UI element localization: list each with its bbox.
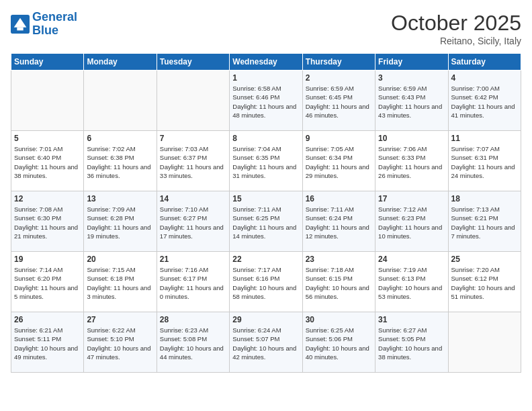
day-number: 12: [14, 194, 81, 203]
day-number: 28: [160, 315, 226, 324]
day-number: 5: [14, 134, 81, 143]
day-number: 23: [306, 255, 372, 264]
day-number: 3: [378, 73, 445, 83]
logo-text: General Blue: [32, 11, 77, 38]
cell-info: Sunrise: 6:24 AM Sunset: 5:07 PM Dayligh…: [232, 326, 299, 361]
calendar-cell: [84, 71, 157, 131]
cell-info: Sunrise: 7:11 AM Sunset: 6:25 PM Dayligh…: [232, 205, 299, 240]
day-number: 7: [160, 134, 226, 143]
cell-info: Sunrise: 7:19 AM Sunset: 6:13 PM Dayligh…: [378, 265, 445, 301]
day-number: 9: [306, 134, 372, 143]
svg-rect-2: [17, 27, 23, 30]
calendar-cell: 1Sunrise: 6:58 AM Sunset: 6:46 PM Daylig…: [230, 71, 302, 131]
cell-info: Sunrise: 7:15 AM Sunset: 6:18 PM Dayligh…: [87, 265, 153, 301]
cell-info: Sunrise: 7:13 AM Sunset: 6:21 PM Dayligh…: [451, 205, 518, 240]
calendar-cell: 11Sunrise: 7:07 AM Sunset: 6:31 PM Dayli…: [448, 131, 521, 191]
day-number: 21: [160, 255, 226, 264]
day-number: 20: [87, 255, 153, 264]
cell-info: Sunrise: 7:02 AM Sunset: 6:38 PM Dayligh…: [87, 144, 153, 180]
calendar-cell: 26Sunrise: 6:21 AM Sunset: 5:11 PM Dayli…: [11, 312, 84, 373]
page-header: General Blue October 2025 Reitano, Sicil…: [11, 11, 521, 46]
day-number: 31: [378, 315, 445, 324]
cell-info: Sunrise: 7:11 AM Sunset: 6:24 PM Dayligh…: [306, 205, 372, 240]
cell-info: Sunrise: 7:03 AM Sunset: 6:37 PM Dayligh…: [160, 144, 226, 180]
calendar-cell: 20Sunrise: 7:15 AM Sunset: 6:18 PM Dayli…: [84, 252, 157, 312]
cell-info: Sunrise: 7:18 AM Sunset: 6:15 PM Dayligh…: [306, 265, 372, 301]
calendar-cell: 23Sunrise: 7:18 AM Sunset: 6:15 PM Dayli…: [302, 252, 375, 312]
day-number: 24: [378, 255, 445, 264]
cell-info: Sunrise: 7:07 AM Sunset: 6:31 PM Dayligh…: [451, 144, 518, 180]
cell-info: Sunrise: 7:01 AM Sunset: 6:40 PM Dayligh…: [14, 144, 81, 180]
calendar-cell: 18Sunrise: 7:13 AM Sunset: 6:21 PM Dayli…: [448, 191, 521, 252]
day-number: 19: [14, 255, 81, 264]
cell-info: Sunrise: 6:58 AM Sunset: 6:46 PM Dayligh…: [232, 84, 299, 120]
day-number: 6: [87, 134, 153, 143]
day-number: 26: [14, 315, 81, 324]
calendar-cell: 24Sunrise: 7:19 AM Sunset: 6:13 PM Dayli…: [375, 252, 448, 312]
cell-info: Sunrise: 6:22 AM Sunset: 5:10 PM Dayligh…: [87, 326, 153, 361]
month-title: October 2025: [391, 11, 521, 36]
calendar-cell: 3Sunrise: 6:59 AM Sunset: 6:43 PM Daylig…: [375, 71, 448, 131]
cell-info: Sunrise: 6:27 AM Sunset: 5:05 PM Dayligh…: [378, 326, 445, 361]
col-header-friday: Friday: [375, 54, 448, 71]
calendar-cell: 7Sunrise: 7:03 AM Sunset: 6:37 PM Daylig…: [157, 131, 229, 191]
cell-info: Sunrise: 7:08 AM Sunset: 6:30 PM Dayligh…: [14, 205, 81, 240]
calendar-cell: 19Sunrise: 7:14 AM Sunset: 6:20 PM Dayli…: [11, 252, 84, 312]
calendar-cell: 22Sunrise: 7:17 AM Sunset: 6:16 PM Dayli…: [230, 252, 302, 312]
cell-info: Sunrise: 7:14 AM Sunset: 6:20 PM Dayligh…: [14, 265, 81, 301]
calendar-cell: 15Sunrise: 7:11 AM Sunset: 6:25 PM Dayli…: [230, 191, 302, 252]
day-number: 22: [232, 255, 299, 264]
calendar-cell: 21Sunrise: 7:16 AM Sunset: 6:17 PM Dayli…: [157, 252, 229, 312]
cell-info: Sunrise: 6:59 AM Sunset: 6:43 PM Dayligh…: [378, 84, 445, 120]
day-number: 29: [232, 315, 299, 324]
day-number: 14: [160, 194, 226, 203]
cell-info: Sunrise: 6:21 AM Sunset: 5:11 PM Dayligh…: [14, 326, 81, 361]
cell-info: Sunrise: 7:12 AM Sunset: 6:23 PM Dayligh…: [378, 205, 445, 240]
calendar-cell: 13Sunrise: 7:09 AM Sunset: 6:28 PM Dayli…: [84, 191, 157, 252]
calendar-cell: 9Sunrise: 7:05 AM Sunset: 6:34 PM Daylig…: [302, 131, 375, 191]
calendar-cell: 17Sunrise: 7:12 AM Sunset: 6:23 PM Dayli…: [375, 191, 448, 252]
title-block: October 2025 Reitano, Sicily, Italy: [391, 11, 521, 46]
calendar-cell: 5Sunrise: 7:01 AM Sunset: 6:40 PM Daylig…: [11, 131, 84, 191]
day-number: 27: [87, 315, 153, 324]
calendar-cell: 14Sunrise: 7:10 AM Sunset: 6:27 PM Dayli…: [157, 191, 229, 252]
day-number: 2: [306, 73, 372, 83]
day-number: 13: [87, 194, 153, 203]
cell-info: Sunrise: 7:05 AM Sunset: 6:34 PM Dayligh…: [306, 144, 372, 180]
day-number: 16: [306, 194, 372, 203]
cell-info: Sunrise: 7:20 AM Sunset: 6:12 PM Dayligh…: [451, 265, 518, 301]
calendar-cell: 30Sunrise: 6:25 AM Sunset: 5:06 PM Dayli…: [302, 312, 375, 373]
calendar-cell: 8Sunrise: 7:04 AM Sunset: 6:35 PM Daylig…: [230, 131, 302, 191]
cell-info: Sunrise: 6:25 AM Sunset: 5:06 PM Dayligh…: [306, 326, 372, 361]
logo-icon: [11, 15, 30, 34]
cell-info: Sunrise: 7:09 AM Sunset: 6:28 PM Dayligh…: [87, 205, 153, 240]
cell-info: Sunrise: 7:17 AM Sunset: 6:16 PM Dayligh…: [232, 265, 299, 301]
cell-info: Sunrise: 6:23 AM Sunset: 5:08 PM Dayligh…: [160, 326, 226, 361]
calendar-cell: 31Sunrise: 6:27 AM Sunset: 5:05 PM Dayli…: [375, 312, 448, 373]
logo-line2: Blue: [32, 24, 58, 37]
day-number: 17: [378, 194, 445, 203]
calendar-cell: 4Sunrise: 7:00 AM Sunset: 6:42 PM Daylig…: [448, 71, 521, 131]
location: Reitano, Sicily, Italy: [391, 36, 521, 46]
calendar-cell: [157, 71, 229, 131]
cell-info: Sunrise: 7:16 AM Sunset: 6:17 PM Dayligh…: [160, 265, 226, 301]
cell-info: Sunrise: 7:10 AM Sunset: 6:27 PM Dayligh…: [160, 205, 226, 240]
calendar-cell: 25Sunrise: 7:20 AM Sunset: 6:12 PM Dayli…: [448, 252, 521, 312]
cell-info: Sunrise: 7:06 AM Sunset: 6:33 PM Dayligh…: [378, 144, 445, 180]
calendar-table: SundayMondayTuesdayWednesdayThursdayFrid…: [11, 53, 521, 373]
col-header-tuesday: Tuesday: [157, 54, 229, 71]
day-number: 15: [232, 194, 299, 203]
calendar-cell: 27Sunrise: 6:22 AM Sunset: 5:10 PM Dayli…: [84, 312, 157, 373]
calendar-cell: 2Sunrise: 6:59 AM Sunset: 6:45 PM Daylig…: [302, 71, 375, 131]
cell-info: Sunrise: 6:59 AM Sunset: 6:45 PM Dayligh…: [306, 84, 372, 120]
calendar-cell: 16Sunrise: 7:11 AM Sunset: 6:24 PM Dayli…: [302, 191, 375, 252]
cell-info: Sunrise: 7:04 AM Sunset: 6:35 PM Dayligh…: [232, 144, 299, 180]
day-number: 10: [378, 134, 445, 143]
day-number: 1: [232, 73, 299, 83]
day-number: 30: [306, 315, 372, 324]
day-number: 4: [451, 73, 518, 83]
calendar-cell: 10Sunrise: 7:06 AM Sunset: 6:33 PM Dayli…: [375, 131, 448, 191]
calendar-cell: [448, 312, 521, 373]
day-number: 25: [451, 255, 518, 264]
col-header-sunday: Sunday: [11, 54, 84, 71]
